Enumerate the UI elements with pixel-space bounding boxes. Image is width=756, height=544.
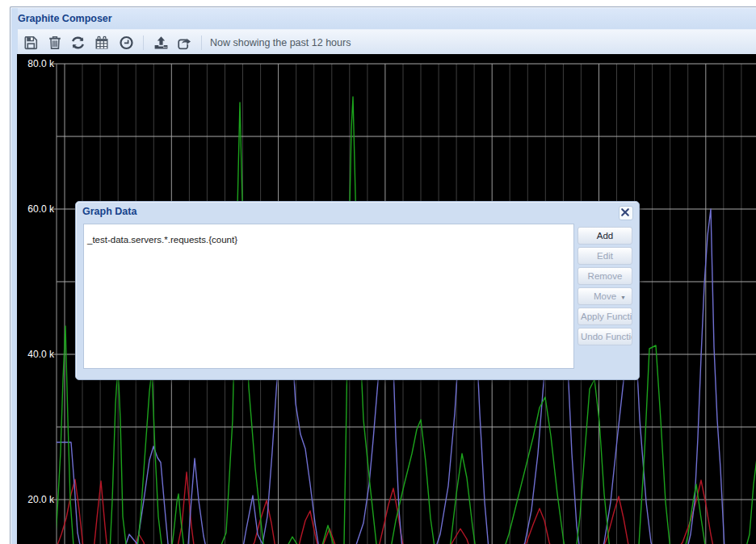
svg-text:20.0 k: 20.0 k xyxy=(27,494,55,505)
svg-text:60.0 k: 60.0 k xyxy=(27,203,55,215)
svg-text:40.0 k: 40.0 k xyxy=(27,349,55,360)
svg-text:80.0 k: 80.0 k xyxy=(27,58,55,69)
